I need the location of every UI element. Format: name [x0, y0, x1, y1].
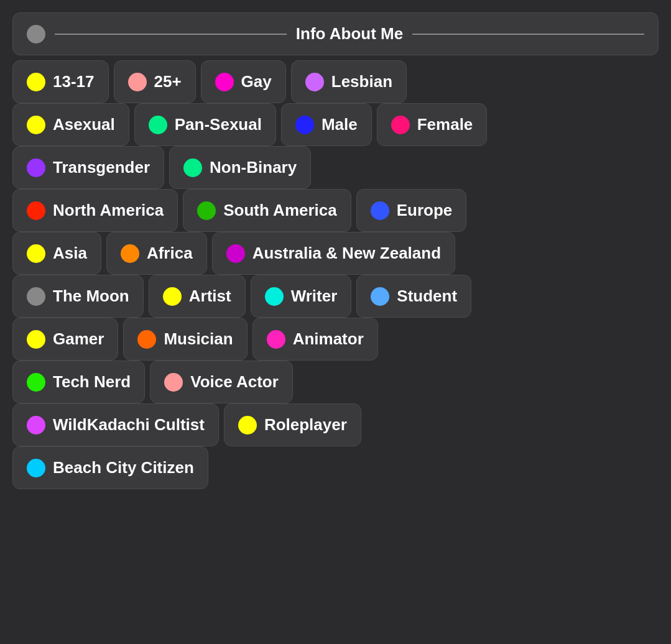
tag-label: Tech Nerd — [53, 372, 131, 392]
tag-item[interactable]: Female — [377, 103, 488, 146]
tag-dot — [128, 73, 147, 91]
tag-dot — [27, 159, 45, 177]
tag-item[interactable]: Africa — [106, 232, 207, 275]
tag-item[interactable]: Gamer — [12, 318, 118, 361]
tag-dot — [183, 159, 202, 177]
tag-item[interactable]: Musician — [123, 318, 247, 361]
tag-label: South America — [223, 201, 337, 220]
header-line-left — [55, 34, 287, 35]
tag-dot — [238, 416, 257, 435]
tag-row-9: Beach City Citizen — [12, 446, 659, 489]
tag-row-2: TransgenderNon-Binary — [12, 146, 659, 189]
tag-label: Europe — [397, 201, 453, 220]
tag-item[interactable]: Pan-Sexual — [134, 103, 276, 146]
tag-label: Asexual — [53, 115, 115, 134]
tag-dot — [149, 116, 167, 134]
tag-item[interactable]: South America — [183, 189, 351, 232]
main-container: Info About Me 13-1725+GayLesbianAsexualP… — [6, 6, 665, 495]
tag-item[interactable]: Artist — [149, 275, 246, 318]
tag-item[interactable]: Transgender — [12, 146, 164, 189]
tag-label: 13-17 — [53, 72, 95, 91]
tag-item[interactable]: Student — [356, 275, 471, 318]
tag-item[interactable]: Male — [281, 103, 372, 146]
tag-label: Male — [322, 115, 358, 134]
tag-row-1: AsexualPan-SexualMaleFemale — [12, 103, 659, 146]
tag-dot — [265, 287, 284, 306]
tag-dot — [27, 416, 45, 435]
tag-item[interactable]: Asexual — [12, 103, 129, 146]
tag-row-6: GamerMusicianAnimator — [12, 318, 659, 361]
tag-dot — [197, 201, 216, 220]
tag-label: WildKadachi Cultist — [53, 415, 205, 435]
tag-item[interactable]: Voice Actor — [150, 361, 293, 403]
tag-dot — [295, 116, 314, 134]
tag-dot — [164, 373, 183, 392]
tag-item[interactable]: North America — [12, 189, 178, 232]
tag-item[interactable]: Writer — [251, 275, 352, 318]
tag-row-5: The MoonArtistWriterStudent — [12, 275, 659, 318]
header-line-right — [412, 34, 644, 35]
tag-dot — [27, 73, 45, 91]
header-section: Info About Me — [12, 12, 659, 55]
tag-dot — [27, 116, 45, 134]
tags-container: 13-1725+GayLesbianAsexualPan-SexualMaleF… — [12, 60, 659, 489]
tag-dot — [305, 73, 324, 91]
tag-label: Transgender — [53, 158, 150, 177]
tag-item[interactable]: Non-Binary — [169, 146, 311, 189]
tag-label: Animator — [293, 329, 364, 349]
tag-label: Voice Actor — [190, 372, 279, 392]
tag-item[interactable]: Animator — [252, 318, 378, 361]
tag-dot — [371, 201, 389, 220]
tag-dot — [27, 373, 45, 392]
tag-item[interactable]: 13-17 — [12, 60, 109, 103]
tag-item[interactable]: Europe — [356, 189, 467, 232]
tag-dot — [371, 287, 389, 306]
tag-dot — [27, 244, 45, 263]
tag-dot — [27, 330, 45, 349]
tag-label: North America — [53, 201, 164, 220]
tag-item[interactable]: Lesbian — [291, 60, 407, 103]
tag-label: The Moon — [53, 287, 129, 306]
tag-label: Female — [417, 115, 473, 134]
tag-dot — [27, 287, 45, 306]
tag-item[interactable]: Asia — [12, 232, 101, 275]
tag-dot — [215, 73, 234, 91]
tag-label: Gay — [241, 72, 272, 91]
tag-item[interactable]: Australia & New Zealand — [212, 232, 455, 275]
tag-label: Australia & New Zealand — [252, 244, 441, 263]
tag-dot — [163, 287, 182, 306]
tag-label: Asia — [53, 244, 87, 263]
tag-label: Gamer — [53, 329, 104, 349]
tag-item[interactable]: Tech Nerd — [12, 361, 145, 403]
tag-item[interactable]: WildKadachi Cultist — [12, 403, 219, 446]
tag-dot — [27, 459, 45, 477]
tag-row-7: Tech NerdVoice Actor — [12, 361, 659, 403]
tag-label: Artist — [189, 287, 231, 306]
tag-item[interactable]: 25+ — [114, 60, 196, 103]
header-dot — [27, 25, 45, 44]
tag-row-3: North AmericaSouth AmericaEurope — [12, 189, 659, 232]
tag-label: Writer — [291, 287, 338, 306]
tag-label: Lesbian — [331, 72, 392, 91]
tag-label: Musician — [164, 329, 233, 349]
tag-dot — [267, 330, 285, 349]
tag-label: Roleplayer — [264, 415, 347, 435]
tag-row-8: WildKadachi CultistRoleplayer — [12, 403, 659, 446]
header-title: Info About Me — [296, 24, 403, 44]
tag-label: 25+ — [154, 72, 182, 91]
tag-item[interactable]: The Moon — [12, 275, 144, 318]
tag-item[interactable]: Gay — [201, 60, 286, 103]
tag-label: Africa — [147, 244, 193, 263]
tag-dot — [226, 244, 245, 263]
tag-dot — [137, 330, 156, 349]
tag-label: Pan-Sexual — [175, 115, 262, 134]
tag-label: Non-Binary — [210, 158, 297, 177]
tag-label: Beach City Citizen — [53, 458, 194, 477]
tag-item[interactable]: Roleplayer — [224, 403, 361, 446]
tag-row-4: AsiaAfricaAustralia & New Zealand — [12, 232, 659, 275]
tag-dot — [121, 244, 139, 263]
tag-dot — [27, 201, 45, 220]
tag-item[interactable]: Beach City Citizen — [12, 446, 208, 489]
tag-label: Student — [397, 287, 457, 306]
tag-row-0: 13-1725+GayLesbian — [12, 60, 659, 103]
